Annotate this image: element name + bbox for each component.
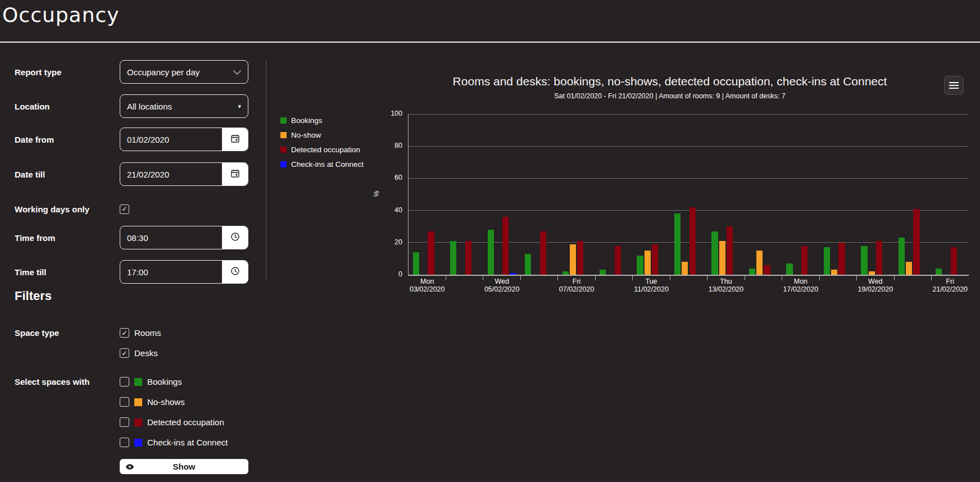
option-label: Detected occupation: [147, 417, 224, 427]
report-type-value: Occupancy per day: [127, 67, 199, 77]
filters-heading: Filters: [15, 289, 52, 303]
date-from-calendar-button[interactable]: [222, 128, 248, 151]
option-label: Desks: [134, 348, 158, 358]
time-till-input[interactable]: 17:00: [120, 260, 248, 284]
bar-bookings: [413, 252, 419, 275]
check-ins-at-connect-color-swatch: [134, 439, 142, 447]
option-label: Check-ins at Connect: [147, 438, 228, 447]
x-label-date: 13/02/2020: [698, 286, 754, 294]
hamburger-icon: [949, 85, 959, 86]
select-spaces-option-detected-occupation[interactable]: Detected occupation: [120, 417, 228, 427]
time-till-label: Time till: [15, 267, 120, 277]
calendar-icon: [230, 134, 240, 145]
bar-detected-occupation: [540, 231, 546, 275]
time-till-value[interactable]: 17:00: [120, 261, 222, 283]
x-label-wed-05-02-2020: Wed05/02/2020: [474, 278, 530, 293]
legend-item-check-ins-at-connect[interactable]: Check-ins at Connect: [280, 160, 364, 168]
date-till-value[interactable]: 21/02/2020: [120, 163, 222, 185]
report-type-label: Report type: [15, 67, 120, 77]
bar-bookings: [450, 241, 456, 275]
show-button[interactable]: Show: [120, 459, 248, 474]
legend-item-no-show[interactable]: No-show: [280, 131, 364, 139]
x-label-date: 05/02/2020: [474, 286, 530, 294]
space-type-option-rooms[interactable]: ✓Rooms: [120, 328, 161, 338]
x-label-day: Mon: [399, 278, 455, 286]
x-label-date: 11/02/2020: [623, 286, 679, 294]
occupancy-page: Occupancy Report type Occupancy per day …: [0, 0, 980, 482]
bar-no-show: [869, 271, 875, 275]
location-label: Location: [15, 102, 120, 111]
checkbox[interactable]: [120, 438, 129, 447]
legend-label: Bookings: [291, 116, 323, 125]
checkbox[interactable]: ✓: [120, 348, 129, 358]
time-till-row: Time till 17:00: [15, 260, 248, 284]
time-from-clock-button[interactable]: [222, 226, 248, 249]
bar-bookings: [525, 254, 531, 275]
time-from-row: Time from 08:30: [15, 226, 248, 249]
header-divider: [0, 42, 980, 43]
select-spaces-option-bookings[interactable]: Bookings: [120, 377, 228, 386]
date-from-row: Date from 01/02/2020: [15, 128, 248, 151]
checkbox[interactable]: [120, 377, 129, 386]
x-label-day: Mon: [773, 278, 829, 286]
bar-detected-occupation: [727, 226, 733, 275]
chart-context-menu-button[interactable]: [944, 76, 964, 95]
time-from-value[interactable]: 08:30: [120, 226, 222, 249]
working-days-row: Working days only ✓: [15, 197, 248, 221]
space-type-options: ✓Rooms✓Desks: [120, 328, 161, 369]
space-type-option-desks[interactable]: ✓Desks: [120, 348, 161, 358]
date-till-input[interactable]: 21/02/2020: [120, 162, 248, 186]
x-label-date: 21/02/2020: [922, 286, 978, 294]
x-label-day: Wed: [847, 278, 904, 286]
location-row: Location All locations ▾: [15, 94, 248, 118]
x-label-wed-19-02-2020: Wed19/02/2020: [847, 278, 904, 293]
report-type-select[interactable]: Occupancy per day: [120, 60, 248, 84]
bar-bookings: [600, 270, 606, 275]
y-tick-0: 0: [371, 270, 402, 278]
date-from-label: Date from: [15, 135, 120, 144]
checkbox[interactable]: ✓: [120, 328, 129, 338]
location-select[interactable]: All locations ▾: [120, 94, 248, 118]
legend-item-detected-occupation[interactable]: Detected occupation: [280, 145, 364, 153]
gridline-100: [409, 114, 969, 115]
checkbox[interactable]: [120, 417, 129, 427]
bar-detected-occupation: [502, 217, 509, 275]
select-spaces-option-no-shows[interactable]: No-shows: [120, 397, 228, 407]
legend-item-bookings[interactable]: Bookings: [280, 116, 364, 124]
location-value: All locations: [127, 102, 172, 111]
bar-detected-occupation: [801, 246, 807, 275]
select-spaces-label: Select spaces with: [15, 377, 89, 386]
bar-bookings: [674, 213, 680, 275]
legend-label: Check-ins at Connect: [291, 160, 364, 169]
bar-bookings: [637, 256, 643, 275]
clock-icon: [230, 266, 240, 278]
date-from-input[interactable]: 01/02/2020: [120, 128, 248, 151]
y-tick-20: 20: [371, 238, 402, 246]
bookings-color-swatch: [134, 378, 142, 386]
date-from-value[interactable]: 01/02/2020: [120, 128, 222, 151]
date-till-calendar-button[interactable]: [222, 163, 248, 185]
x-label-fri-21-02-2020: Fri21/02/2020: [922, 278, 978, 293]
checkbox[interactable]: [120, 397, 129, 407]
time-from-input[interactable]: 08:30: [120, 226, 248, 249]
x-label-day: Fri: [548, 278, 605, 286]
report-type-row: Report type Occupancy per day: [15, 60, 248, 84]
bar-no-show: [756, 251, 763, 275]
bar-bookings: [562, 271, 569, 275]
chart-subtitle: Sat 01/02/2020 - Fri 21/02/2020 | Amount…: [360, 92, 980, 100]
working-days-checkbox[interactable]: ✓: [120, 204, 129, 214]
x-label-thu-13-02-2020: Thu13/02/2020: [698, 278, 754, 293]
option-label: No-shows: [147, 397, 185, 407]
chart-legend: BookingsNo-showDetected occupationCheck-…: [280, 116, 364, 175]
dropdown-triangle-icon: ▾: [238, 103, 241, 110]
time-till-clock-button[interactable]: [222, 261, 248, 283]
y-tick-40: 40: [371, 206, 402, 214]
bar-bookings: [824, 247, 830, 275]
x-label-day: Thu: [698, 278, 754, 286]
x-label-tue-11-02-2020: Tue11/02/2020: [623, 278, 679, 293]
bar-no-show: [570, 244, 576, 275]
bar-bookings: [861, 246, 867, 275]
working-days-label: Working days only: [15, 204, 120, 214]
select-spaces-option-check-ins-at-connect[interactable]: Check-ins at Connect: [120, 438, 228, 447]
bar-detected-occupation: [577, 241, 583, 275]
